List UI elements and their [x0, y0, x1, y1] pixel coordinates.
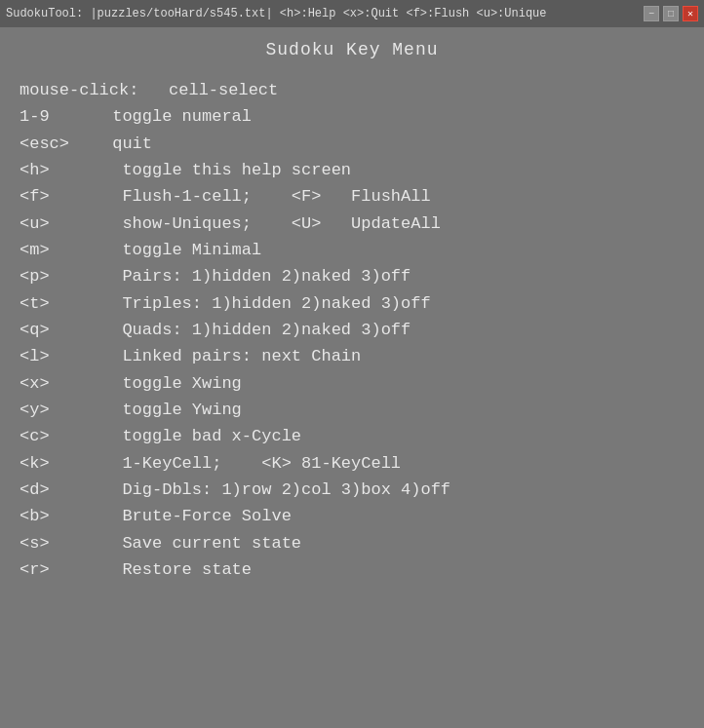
menu-row: <x> toggle Xwing	[20, 371, 684, 397]
menu-title: Sudoku Key Menu	[20, 37, 684, 64]
menu-row: <d> Dig-Dbls: 1)row 2)col 3)box 4)off	[20, 478, 684, 503]
minimize-button[interactable]: −	[644, 6, 659, 21]
key-label: <k>	[20, 451, 102, 477]
menu-row: <s> Save current state	[20, 531, 684, 556]
titlebar: SudokuTool: |puzzles/tooHard/s545.txt| <…	[0, 0, 704, 27]
key-label: <esc>	[20, 132, 102, 157]
menu-row: <c> toggle bad x-Cycle	[20, 424, 684, 449]
menu-row: <b> Brute-Force Solve	[20, 504, 684, 529]
menu-row: <r> Restore state	[20, 557, 684, 583]
key-label: <t>	[20, 291, 102, 317]
key-label: <m>	[20, 238, 102, 263]
menu-row: mouse-click: cell-select	[20, 78, 684, 103]
key-label: <s>	[20, 531, 102, 556]
menu-row: <l> Linked pairs: next Chain	[20, 344, 684, 369]
main-window: SudokuTool: |puzzles/tooHard/s545.txt| <…	[0, 0, 704, 728]
titlebar-text: SudokuTool: |puzzles/tooHard/s545.txt| <…	[6, 7, 547, 20]
key-description: Save current state	[102, 531, 301, 556]
key-description: toggle Xwing	[102, 371, 242, 397]
key-label: <c>	[20, 424, 102, 449]
menu-row: <k> 1-KeyCell; <K> 81-KeyCell	[20, 451, 684, 477]
key-description: Quads: 1)hidden 2)naked 3)off	[102, 318, 411, 343]
menu-row: <f> Flush-1-cell; <F> FlushAll	[20, 184, 684, 210]
key-description: Restore state	[102, 557, 252, 583]
maximize-button[interactable]: □	[663, 6, 679, 21]
titlebar-buttons: − □ ✕	[644, 6, 698, 21]
content-area: Sudoku Key Menu mouse-click: cell-select…	[0, 27, 704, 728]
menu-row: <p> Pairs: 1)hidden 2)naked 3)off	[20, 264, 684, 289]
close-button[interactable]: ✕	[683, 6, 698, 21]
key-description: show-Uniques; <U> UpdateAll	[102, 211, 441, 237]
key-label: <x>	[20, 371, 102, 397]
key-description: Flush-1-cell; <F> FlushAll	[102, 184, 431, 210]
menu-row: <esc> quit	[20, 132, 684, 157]
key-description: Linked pairs: next Chain	[102, 344, 361, 369]
menu-row: <h> toggle this help screen	[20, 158, 684, 183]
key-description: toggle numeral	[102, 104, 252, 130]
key-description: toggle this help screen	[102, 158, 351, 183]
key-label: <y>	[20, 398, 102, 423]
key-label: <b>	[20, 504, 102, 529]
key-label: 1-9	[20, 104, 102, 130]
menu-row: <y> toggle Ywing	[20, 398, 684, 423]
key-label: <f>	[20, 184, 102, 210]
key-description: Triples: 1)hidden 2)naked 3)off	[102, 291, 431, 317]
menu-row: 1-9 toggle numeral	[20, 104, 684, 130]
key-label: <p>	[20, 264, 102, 289]
key-description: cell-select	[138, 78, 278, 103]
menu-row: <m> toggle Minimal	[20, 238, 684, 263]
menu-rows: mouse-click: cell-select1-9 toggle numer…	[20, 78, 684, 584]
key-description: 1-KeyCell; <K> 81-KeyCell	[102, 451, 401, 477]
key-description: Dig-Dbls: 1)row 2)col 3)box 4)off	[102, 478, 450, 503]
key-label: <h>	[20, 158, 102, 183]
key-description: quit	[102, 132, 152, 157]
key-label: <r>	[20, 557, 102, 583]
key-description: Brute-Force Solve	[102, 504, 292, 529]
key-label: <u>	[20, 211, 102, 237]
key-label: <d>	[20, 478, 102, 503]
key-description: toggle Ywing	[102, 398, 242, 423]
key-label: mouse-click:	[20, 78, 138, 103]
key-description: toggle Minimal	[102, 238, 261, 263]
menu-row: <u> show-Uniques; <U> UpdateAll	[20, 211, 684, 237]
key-label: <l>	[20, 344, 102, 369]
key-label: <q>	[20, 318, 102, 343]
key-description: Pairs: 1)hidden 2)naked 3)off	[102, 264, 411, 289]
key-description: toggle bad x-Cycle	[102, 424, 301, 449]
menu-row: <t> Triples: 1)hidden 2)naked 3)off	[20, 291, 684, 317]
menu-row: <q> Quads: 1)hidden 2)naked 3)off	[20, 318, 684, 343]
